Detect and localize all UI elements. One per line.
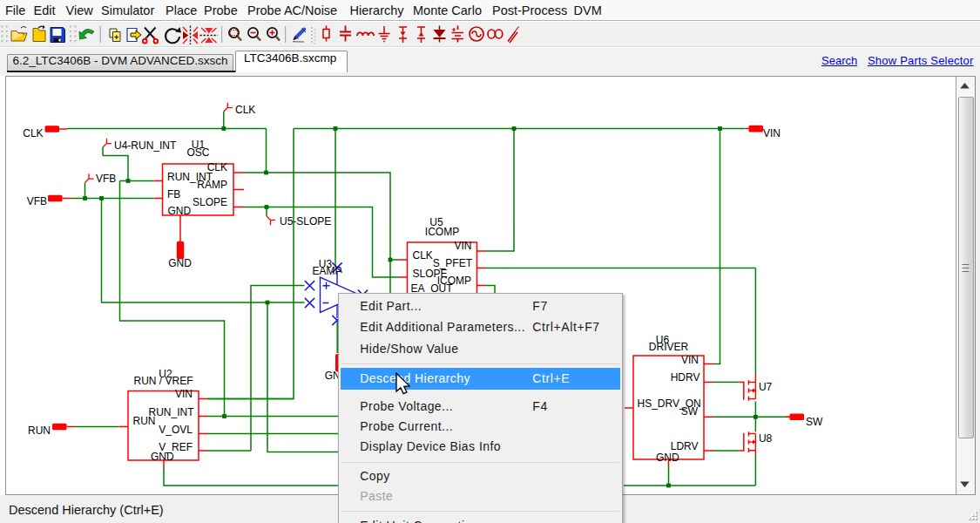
svg-text:CLK: CLK [413,249,433,262]
svg-text:U8: U8 [759,432,773,445]
svg-text:SLOPE: SLOPE [413,268,448,280]
svg-text:CLK: CLK [235,104,255,116]
svg-text:LDRV: LDRV [671,440,699,452]
svg-text:GND: GND [168,205,192,217]
svg-text:VIN: VIN [681,354,699,366]
svg-text:VFB: VFB [96,173,116,185]
svg-text:RUN: RUN [28,425,51,437]
svg-text:RUN: RUN [133,415,156,427]
svg-text:FB: FB [167,188,180,200]
svg-text:U4-RUN_INT: U4-RUN_INT [114,139,177,152]
svg-text:HDRV: HDRV [671,371,700,384]
svg-text:RUN / VREF: RUN / VREF [133,375,193,387]
svg-text:V_OVL: V_OVL [159,424,193,436]
svg-text:U5-SLOPE: U5-SLOPE [280,215,331,228]
svg-text:EAMP: EAMP [312,265,341,277]
svg-text:VIN: VIN [763,127,781,139]
svg-text:RAMP: RAMP [197,179,227,191]
svg-text:SW: SW [806,416,823,428]
svg-text:VIN: VIN [175,388,193,400]
svg-text:VIN: VIN [454,240,471,252]
svg-text:VFB: VFB [27,195,47,207]
svg-text:GND: GND [168,257,192,269]
svg-text:GND: GND [151,451,174,463]
svg-text:ICOMP: ICOMP [425,226,459,238]
svg-text:GND: GND [656,452,679,464]
svg-text:DRIVER: DRIVER [649,341,689,353]
svg-text:HS_DRV_ON: HS_DRV_ON [638,397,701,410]
svg-text:SLOPE: SLOPE [193,196,227,208]
svg-text:U7: U7 [759,381,773,393]
svg-text:CLK: CLK [207,161,227,173]
svg-text:CLK: CLK [23,127,43,139]
svg-text:OSC: OSC [186,146,209,159]
